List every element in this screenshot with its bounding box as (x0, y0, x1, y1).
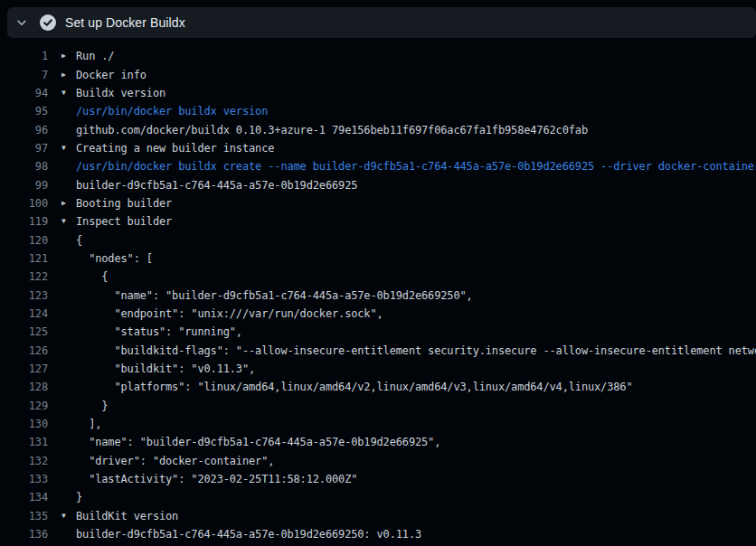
line-number-link[interactable]: 7 (0, 69, 48, 81)
output-text: builder-d9cfb5a1-c764-445a-a57e-0b19d2e6… (76, 179, 357, 192)
group-title[interactable]: Creating a new builder instance (76, 142, 274, 155)
log-row: 134} (0, 488, 756, 506)
output-text: { (76, 234, 82, 247)
output-text: "buildkitd-flags": "--allow-insecure-ent… (76, 344, 756, 357)
line-number-link[interactable]: 120 (0, 234, 48, 247)
log-lines: 1▶Run ./7▶Docker info94▼Buildx version95… (0, 38, 756, 546)
line-number-link[interactable]: 96 (0, 124, 48, 136)
output-text: "driver": "docker-container", (76, 455, 274, 467)
output-text: builder-d9cfb5a1-c764-445a-a57e-0b19d2e6… (76, 528, 421, 541)
output-text: "buildkit": "v0.11.3", (76, 362, 255, 375)
log-row: 129 } (0, 397, 756, 415)
output-text: "name": "builder-d9cfb5a1-c764-445a-a57e… (76, 289, 473, 302)
log-row: 126 "buildkitd-flags": "--allow-insecure… (0, 342, 756, 360)
log-row: 124 "endpoint": "unix:///var/run/docker.… (0, 305, 756, 323)
log-row: 132 "driver": "docker-container", (0, 452, 756, 470)
output-text: } (76, 400, 108, 412)
group-expanded-triangle-icon[interactable]: ▼ (48, 218, 76, 225)
line-number-link[interactable]: 132 (0, 455, 48, 467)
group-title[interactable]: Inspect builder (76, 215, 172, 228)
log-row: 128 "platforms": "linux/amd64,linux/amd6… (0, 378, 756, 396)
log-row: 122 { (0, 268, 756, 286)
output-text: github.com/docker/buildx 0.10.3+azure-1 … (76, 124, 588, 136)
output-text: "name": "builder-d9cfb5a1-c764-445a-a57e… (76, 436, 440, 448)
log-row: 99builder-d9cfb5a1-c764-445a-a57e-0b19d2… (0, 175, 756, 193)
check-circle-icon (40, 14, 56, 31)
log-group-row[interactable]: 1▶Run ./ (0, 47, 756, 65)
line-number-link[interactable]: 100 (0, 197, 48, 210)
group-collapsed-triangle-icon[interactable]: ▶ (48, 52, 76, 60)
group-title[interactable]: Docker info (76, 69, 146, 81)
line-number-link[interactable]: 95 (0, 105, 48, 118)
line-number-link[interactable]: 124 (0, 307, 48, 320)
line-number-link[interactable]: 127 (0, 362, 48, 375)
group-collapsed-triangle-icon[interactable]: ▶ (48, 200, 76, 207)
line-number-link[interactable]: 119 (0, 215, 48, 228)
line-number-link[interactable]: 129 (0, 400, 48, 412)
step-header[interactable]: Set up Docker Buildx (7, 7, 756, 38)
log-row: 123 "name": "builder-d9cfb5a1-c764-445a-… (0, 286, 756, 304)
log-row: 133 "lastActivity": "2023-02-25T11:58:12… (0, 470, 756, 488)
log-row: 121 "nodes": [ (0, 249, 756, 268)
output-text: } (76, 491, 82, 504)
group-expanded-triangle-icon[interactable]: ▼ (48, 513, 76, 520)
line-number-link[interactable]: 135 (0, 510, 48, 522)
log-row: 98/usr/bin/docker buildx create --name b… (0, 157, 756, 175)
line-number-link[interactable]: 94 (0, 87, 48, 99)
output-text: "endpoint": "unix:///var/run/docker.sock… (76, 307, 383, 320)
output-text: ], (76, 418, 101, 430)
output-text: "nodes": [ (76, 252, 153, 265)
log-row: 131 "name": "builder-d9cfb5a1-c764-445a-… (0, 433, 756, 451)
output-text: "lastActivity": "2023-02-25T11:58:12.000… (76, 473, 357, 485)
group-title[interactable]: Booting builder (76, 197, 172, 210)
command-text: /usr/bin/docker buildx version (76, 105, 268, 118)
group-title[interactable]: Buildx version (76, 87, 165, 99)
line-number-link[interactable]: 131 (0, 436, 48, 448)
log-group-row[interactable]: 7▶Docker info (0, 65, 756, 83)
log-row: 95/usr/bin/docker buildx version (0, 102, 756, 120)
line-number-link[interactable]: 97 (0, 142, 48, 155)
log-group-row[interactable]: 119▼Inspect builder (0, 212, 756, 231)
chevron-down-icon[interactable] (14, 15, 29, 30)
log-row: 125 "status": "running", (0, 323, 756, 341)
line-number-link[interactable]: 99 (0, 179, 48, 192)
line-number-link[interactable]: 133 (0, 473, 48, 485)
line-number-link[interactable]: 121 (0, 252, 48, 265)
log-row: 130 ], (0, 415, 756, 433)
log-group-row[interactable]: 135▼BuildKit version (0, 507, 756, 525)
group-collapsed-triangle-icon[interactable]: ▶ (48, 71, 76, 79)
command-text: /usr/bin/docker buildx create --name bui… (76, 160, 756, 173)
log-group-row[interactable]: 97▼Creating a new builder instance (0, 139, 756, 157)
line-number-link[interactable]: 130 (0, 418, 48, 430)
line-number-link[interactable]: 98 (0, 160, 48, 173)
line-number-link[interactable]: 126 (0, 344, 48, 357)
log-group-row[interactable]: 100▶Booting builder (0, 194, 756, 212)
line-number-link[interactable]: 134 (0, 491, 48, 504)
output-text: "platforms": "linux/amd64,linux/amd64/v2… (76, 381, 633, 393)
log-row: 96github.com/docker/buildx 0.10.3+azure-… (0, 120, 756, 138)
line-number-link[interactable]: 125 (0, 325, 48, 338)
group-title[interactable]: Run ./ (76, 50, 114, 62)
log-row: 127 "buildkit": "v0.11.3", (0, 360, 756, 378)
line-number-link[interactable]: 128 (0, 381, 48, 393)
group-expanded-triangle-icon[interactable]: ▼ (48, 145, 76, 152)
line-number-link[interactable]: 122 (0, 270, 48, 283)
log-row: 120{ (0, 231, 756, 249)
line-number-link[interactable]: 136 (0, 528, 48, 541)
output-text: "status": "running", (76, 325, 242, 338)
log-row: 136builder-d9cfb5a1-c764-445a-a57e-0b19d… (0, 525, 756, 543)
line-number-link[interactable]: 1 (0, 50, 48, 62)
line-number-link[interactable]: 123 (0, 289, 48, 302)
step-title: Set up Docker Buildx (61, 15, 185, 30)
log-group-row[interactable]: 94▼Buildx version (0, 84, 756, 102)
output-text: { (76, 270, 108, 283)
group-expanded-triangle-icon[interactable]: ▼ (48, 89, 76, 97)
group-title[interactable]: BuildKit version (76, 510, 178, 522)
